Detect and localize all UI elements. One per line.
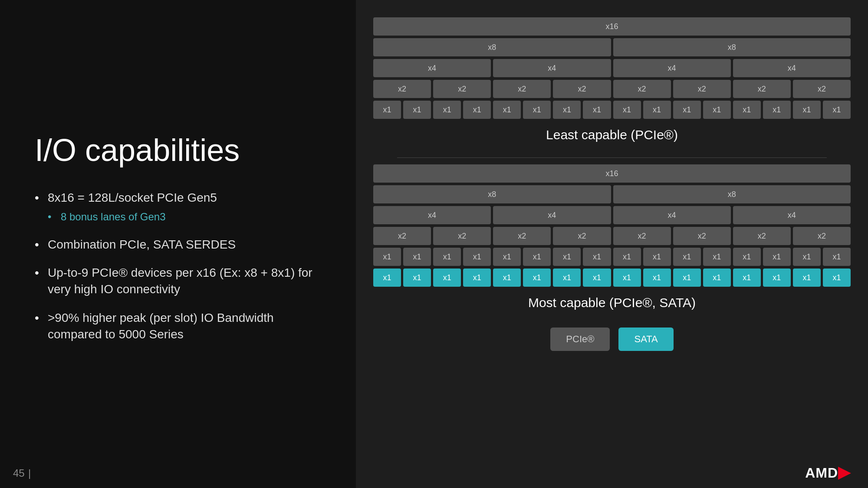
- bottom-x4-box-1: x4: [373, 206, 491, 224]
- bottom-x8-box-2: x8: [613, 185, 851, 203]
- slide-divider: |: [28, 467, 31, 479]
- bottom-x1-gray-10: x1: [643, 248, 671, 266]
- top-x2-box-1: x2: [373, 80, 431, 98]
- bottom-x1-gray-11: x1: [673, 248, 701, 266]
- legend-pcie: PCIe®: [550, 328, 610, 351]
- top-x8-box-2: x8: [613, 38, 851, 56]
- right-panel: x16 x8 x8 x4 x4 x4 x4 x2 x2 x2 x2 x2 x2 …: [356, 0, 868, 488]
- bottom-x1-gray-12: x1: [703, 248, 731, 266]
- top-x4-box-1: x4: [373, 59, 491, 77]
- bottom-x1-gray-8: x1: [583, 248, 611, 266]
- top-x4-box-3: x4: [613, 59, 731, 77]
- bottom-x1-teal-8: x1: [583, 269, 611, 287]
- top-x2-box-3: x2: [493, 80, 551, 98]
- bottom-x8-box-1: x8: [373, 185, 611, 203]
- top-x1-box-4: x1: [463, 101, 491, 119]
- top-diagram: x16 x8 x8 x4 x4 x4 x4 x2 x2 x2 x2 x2 x2 …: [373, 17, 851, 142]
- bottom-x1-teal-13: x1: [733, 269, 761, 287]
- left-panel: I/O capabilities 8x16 = 128L/socket PCIe…: [0, 0, 356, 488]
- top-row-x4: x4 x4 x4 x4: [373, 59, 851, 77]
- bottom-x1-gray-4: x1: [463, 248, 491, 266]
- bottom-x4-box-2: x4: [493, 206, 611, 224]
- bottom-x1-gray-9: x1: [613, 248, 641, 266]
- bottom-row-x2: x2 x2 x2 x2 x2 x2 x2 x2: [373, 227, 851, 245]
- top-row-x16: x16: [373, 17, 851, 36]
- top-row-x2: x2 x2 x2 x2 x2 x2 x2 x2: [373, 80, 851, 98]
- top-x1-box-16: x1: [823, 101, 851, 119]
- bottom-x1-teal-14: x1: [763, 269, 791, 287]
- bottom-x2-box-7: x2: [733, 227, 791, 245]
- top-row-x1: x1 x1 x1 x1 x1 x1 x1 x1 x1 x1 x1 x1 x1 x…: [373, 101, 851, 119]
- bottom-x1-teal-12: x1: [703, 269, 731, 287]
- top-x4-box-4: x4: [733, 59, 851, 77]
- top-x2-box-5: x2: [613, 80, 671, 98]
- bottom-x1-gray-2: x1: [403, 248, 431, 266]
- top-x1-box-3: x1: [433, 101, 461, 119]
- top-x1-box-6: x1: [523, 101, 551, 119]
- bottom-x1-gray-6: x1: [523, 248, 551, 266]
- slide-title: I/O capabilities: [35, 133, 321, 167]
- top-x1-box-2: x1: [403, 101, 431, 119]
- divider: [397, 157, 827, 158]
- bullet-item-1: 8x16 = 128L/socket PCIe Gen5 8 bonus lan…: [35, 190, 321, 224]
- bottom-x16-box: x16: [373, 164, 851, 183]
- bottom-x2-box-2: x2: [433, 227, 491, 245]
- bottom-x1-teal-5: x1: [493, 269, 521, 287]
- bottom-x1-teal-11: x1: [673, 269, 701, 287]
- bottom-x1-teal-6: x1: [523, 269, 551, 287]
- top-x1-box-1: x1: [373, 101, 401, 119]
- top-x1-box-9: x1: [613, 101, 641, 119]
- bottom-x4-box-3: x4: [613, 206, 731, 224]
- bullet-item-4: >90% higher peak (per slot) IO Bandwidth…: [35, 310, 321, 343]
- bottom-diagram-label: Most capable (PCIe®, SATA): [528, 295, 696, 310]
- bottom-x1-teal-15: x1: [793, 269, 821, 287]
- bottom-x2-box-8: x2: [793, 227, 851, 245]
- bottom-x1-gray-1: x1: [373, 248, 401, 266]
- bottom-x1-teal-4: x1: [463, 269, 491, 287]
- top-x8-box-1: x8: [373, 38, 611, 56]
- bottom-row-x1-teal: x1 x1 x1 x1 x1 x1 x1 x1 x1 x1 x1 x1 x1 x…: [373, 269, 851, 287]
- top-x2-box-6: x2: [673, 80, 731, 98]
- bottom-x1-teal-3: x1: [433, 269, 461, 287]
- slide-number: 45: [13, 467, 25, 479]
- top-x1-box-13: x1: [733, 101, 761, 119]
- bottom-x2-box-6: x2: [673, 227, 731, 245]
- bottom-x1-gray-3: x1: [433, 248, 461, 266]
- legend-row: PCIe® SATA: [550, 328, 673, 351]
- bottom-x2-box-5: x2: [613, 227, 671, 245]
- top-x2-box-4: x2: [553, 80, 611, 98]
- bullet-list: 8x16 = 128L/socket PCIe Gen5 8 bonus lan…: [35, 190, 321, 355]
- bottom-row-x1-gray: x1 x1 x1 x1 x1 x1 x1 x1 x1 x1 x1 x1 x1 x…: [373, 248, 851, 266]
- bottom-row-x16: x16: [373, 164, 851, 183]
- top-x1-box-7: x1: [553, 101, 581, 119]
- bottom-x2-box-3: x2: [493, 227, 551, 245]
- top-x1-box-15: x1: [793, 101, 821, 119]
- bottom-x1-teal-7: x1: [553, 269, 581, 287]
- bottom-x1-gray-14: x1: [763, 248, 791, 266]
- bottom-x1-teal-16: x1: [823, 269, 851, 287]
- top-x2-box-2: x2: [433, 80, 491, 98]
- top-x1-box-12: x1: [703, 101, 731, 119]
- sub-bullet-list-1: 8 bonus lanes of Gen3: [48, 210, 321, 224]
- amd-logo: AMD▶: [805, 463, 851, 481]
- top-x16-box: x16: [373, 17, 851, 36]
- bottom-x1-teal-2: x1: [403, 269, 431, 287]
- bottom-x1-gray-13: x1: [733, 248, 761, 266]
- top-x2-box-8: x2: [793, 80, 851, 98]
- top-x1-box-10: x1: [643, 101, 671, 119]
- bottom-x1-gray-5: x1: [493, 248, 521, 266]
- top-x1-box-8: x1: [583, 101, 611, 119]
- bottom-x1-gray-7: x1: [553, 248, 581, 266]
- top-diagram-label: Least capable (PCIe®): [546, 128, 678, 142]
- bottom-x2-box-1: x2: [373, 227, 431, 245]
- bottom-diagram: x16 x8 x8 x4 x4 x4 x4 x2 x2 x2 x2 x2 x2 …: [373, 164, 851, 310]
- top-x1-box-11: x1: [673, 101, 701, 119]
- bottom-x1-teal-10: x1: [643, 269, 671, 287]
- top-x4-box-2: x4: [493, 59, 611, 77]
- sub-bullet-1-1: 8 bonus lanes of Gen3: [48, 210, 321, 224]
- bullet-item-3: Up-to-9 PCIe® devices per x16 (Ex: x8 + …: [35, 265, 321, 298]
- legend-sata: SATA: [618, 328, 673, 351]
- bottom-x2-box-4: x2: [553, 227, 611, 245]
- bottom-x1-teal-1: x1: [373, 269, 401, 287]
- bottom-x1-gray-16: x1: [823, 248, 851, 266]
